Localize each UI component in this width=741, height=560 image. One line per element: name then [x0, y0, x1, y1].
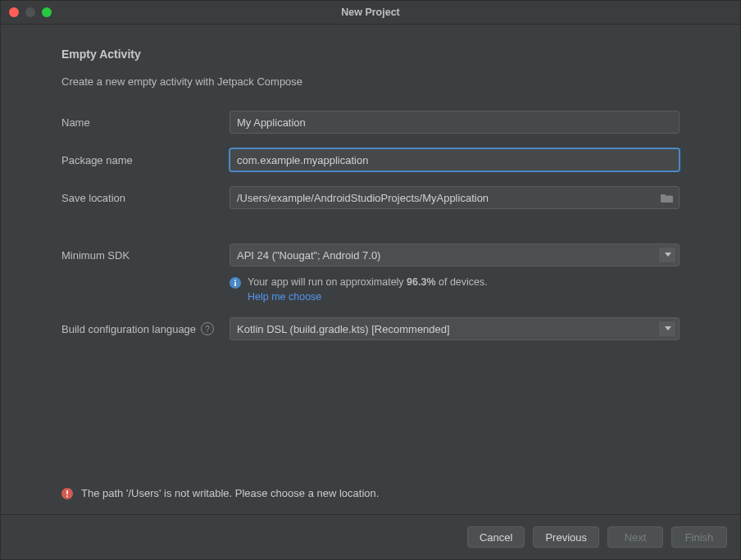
label-build-lang: Build configuration language ?: [61, 322, 230, 335]
finish-button: Finish: [671, 526, 727, 548]
svg-rect-2: [234, 280, 236, 281]
svg-rect-5: [66, 495, 68, 497]
chevron-down-icon: [665, 253, 671, 257]
row-name: Name: [61, 111, 680, 134]
info-icon: [230, 277, 241, 289]
page-heading: Empty Activity: [61, 48, 680, 61]
zoom-window-button[interactable]: [42, 7, 52, 17]
svg-rect-1: [234, 282, 236, 286]
dialog-footer: Cancel Previous Next Finish: [1, 514, 740, 559]
build-lang-value: Kotlin DSL (build.gradle.kts) [Recommend…: [237, 323, 450, 335]
svg-rect-4: [66, 490, 68, 494]
name-input[interactable]: [230, 111, 680, 134]
package-input[interactable]: [230, 148, 680, 171]
window-controls: [1, 7, 52, 17]
min-sdk-select[interactable]: API 24 ("Nougat"; Android 7.0): [230, 244, 680, 266]
titlebar: New Project: [1, 1, 740, 25]
min-sdk-value: API 24 ("Nougat"; Android 7.0): [237, 249, 380, 262]
error-message: The path '/Users' is not writable. Pleas…: [61, 487, 680, 509]
label-name: Name: [61, 116, 230, 129]
page-subheading: Create a new empty activity with Jetpack…: [61, 75, 680, 88]
row-package: Package name: [61, 148, 680, 171]
error-text: The path '/Users' is not writable. Pleas…: [81, 487, 379, 499]
build-lang-select[interactable]: Kotlin DSL (build.gradle.kts) [Recommend…: [230, 317, 680, 340]
next-button: Next: [607, 526, 663, 548]
minimize-window-button[interactable]: [25, 7, 35, 17]
dialog-body: Empty Activity Create a new empty activi…: [1, 25, 740, 514]
label-min-sdk: Minimum SDK: [61, 249, 230, 262]
close-window-button[interactable]: [9, 7, 19, 17]
row-save-location: Save location: [61, 186, 680, 209]
min-sdk-hint: Your app will run on approximately 96.3%…: [230, 276, 680, 303]
help-icon[interactable]: ?: [201, 322, 214, 335]
label-package: Package name: [61, 154, 230, 166]
label-save-location: Save location: [61, 192, 230, 204]
save-location-input[interactable]: [230, 186, 680, 209]
previous-button[interactable]: Previous: [533, 526, 599, 548]
new-project-window: New Project Empty Activity Create a new …: [0, 0, 741, 560]
row-min-sdk: Minimum SDK API 24 ("Nougat"; Android 7.…: [61, 244, 680, 266]
error-icon: [61, 488, 73, 499]
row-build-lang: Build configuration language ? Kotlin DS…: [61, 317, 680, 340]
min-sdk-hint-text: Your app will run on approximately 96.3%…: [248, 276, 488, 288]
cancel-button[interactable]: Cancel: [467, 526, 525, 548]
chevron-down-icon: [665, 326, 671, 331]
help-me-choose-link[interactable]: Help me choose: [248, 291, 488, 303]
window-title: New Project: [1, 7, 740, 18]
